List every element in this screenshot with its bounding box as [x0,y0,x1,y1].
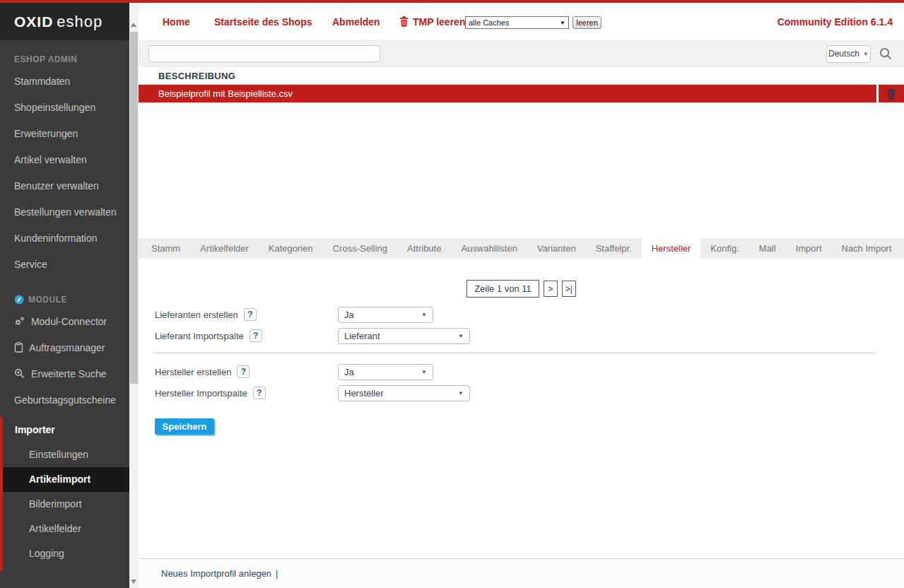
sidebar-item-label: Benutzer verwalten [14,180,99,192]
sidebar-item-importer[interactable]: Importer [3,417,129,442]
nav-home-link[interactable]: Home [163,16,190,28]
search-plus-icon [14,368,25,379]
pager-next-button[interactable]: > [544,281,558,297]
sidebar-item-bestellungen-verwalten[interactable]: Bestellungen verwalten [0,199,129,225]
tab-bar: Stamm Artikelfelder Kategorien Cross-Sel… [139,238,904,259]
select-value: Ja [344,310,354,320]
tab-cross-selling[interactable]: Cross-Selling [323,238,397,259]
lieferanten-erstellen-select[interactable]: Ja ▼ [338,307,433,323]
new-import-profile-link[interactable]: Neues Importprofil anlegen [161,568,271,579]
cache-select-value: alle Caches [469,18,509,27]
sidebar-item-label: Shopeinstellungen [14,102,95,113]
sidebar-subitem-logging[interactable]: Logging [3,541,129,566]
cache-select[interactable]: alle Caches ▼ [465,16,569,29]
sidebar-item-stammdaten[interactable]: Stammdaten [0,69,129,95]
select-value: Ja [344,367,354,377]
sidebar-item-erweiterungen[interactable]: Erweiterungen [0,121,129,147]
sidebar-item-label: Artikel verwalten [14,154,87,165]
sidebar-item-label: Bilderimport [29,498,82,510]
field-label-group: Hersteller Importspalte ? [155,387,338,399]
tab-auswahllisten[interactable]: Auswahllisten [451,238,527,259]
tab-artikelfelder[interactable]: Artikelfelder [190,238,259,259]
tab-kategorien[interactable]: Kategorien [259,238,323,259]
scrollbar-down-arrow-icon[interactable] [131,580,136,584]
sidebar-subitem-einstellungen[interactable]: Einstellungen [3,442,129,467]
search-input[interactable] [148,45,380,62]
search-button[interactable] [879,47,892,60]
profile-row-cell[interactable]: Beispielprofil mit Beispielliste.csv [139,85,876,102]
save-button[interactable]: Speichern [155,418,214,435]
sidebar-item-label: Artikelimport [29,474,90,485]
sidebar-item-modul-connector[interactable]: Modul-Connector [0,309,129,335]
help-button[interactable]: ? [253,387,266,399]
delete-profile-button[interactable] [879,85,904,102]
language-select[interactable]: Deutsch ▼ [826,45,871,63]
sidebar-item-label: Geburtstagsgutscheine [14,394,116,406]
logo[interactable]: OXID eshop [0,3,129,40]
list-header: BESCHREIBUNG [139,67,904,85]
tab-nach-import[interactable]: Nach Import [832,238,902,259]
lieferant-importspalte-select[interactable]: Lieferant ▼ [338,328,470,344]
sidebar-subitem-artikelimport[interactable]: Artikelimport [3,467,129,492]
nav-tmp-clear-link[interactable]: TMP leeren [399,16,465,28]
sidebar-section-eshop-admin: ESHOP ADMIN [0,40,129,69]
sidebar-subitem-artikelfelder[interactable]: Artikelfelder [3,517,129,541]
tab-import[interactable]: Import [786,238,832,259]
top-navigation: Home Startseite des Shops Abmelden TMP l… [139,3,904,40]
field-label-group: Lieferant Importspalte ? [155,329,338,342]
sidebar-item-label: Modul-Connector [31,316,107,327]
form-row-hersteller-importspalte: Hersteller Importspalte ? Hersteller ▼ [139,384,904,401]
hersteller-erstellen-select[interactable]: Ja ▼ [338,364,433,380]
tab-varianten[interactable]: Varianten [527,238,586,259]
tab-mall[interactable]: Mall [749,238,786,259]
tab-stamm[interactable]: Stamm [141,238,190,259]
sidebar-item-label: Service [14,259,47,270]
tab-hersteller[interactable]: Hersteller [642,238,701,259]
sidebar-item-artikel-verwalten[interactable]: Artikel verwalten [0,147,129,173]
form-divider [155,353,874,353]
search-icon [879,47,892,60]
scrollbar-up-arrow-icon[interactable] [131,23,136,27]
oxid-admin-page: OXID eshop ESHOP ADMIN Stammdaten Shopei… [0,0,904,588]
nav-shop-home-link[interactable]: Startseite des Shops [214,16,312,28]
sidebar-item-geburtstagsgutscheine[interactable]: Geburtstagsgutscheine [0,387,129,413]
hersteller-importspalte-select[interactable]: Hersteller ▼ [338,385,470,401]
logo-oxid-text: OXID [14,13,53,30]
module-icon [14,295,24,305]
profile-row: Beispielprofil mit Beispielliste.csv [139,85,904,102]
chevron-down-icon: ▼ [560,20,565,26]
tab-konfig[interactable]: Konfig. [700,238,749,259]
empty-region [139,102,904,238]
sidebar-item-label: Stammdaten [14,76,70,87]
chevron-down-icon: ▼ [863,51,869,57]
sidebar-item-label: Erweiterungen [14,128,78,139]
sidebar-item-auftragsmanager[interactable]: Auftragsmanager [0,335,129,361]
scrollbar-thumb[interactable] [130,32,138,384]
clear-cache-button[interactable]: leeren [573,16,601,29]
nav-logout-link[interactable]: Abmelden [332,16,380,28]
sidebar-item-label: Artikelfelder [29,523,81,534]
sidebar-item-shopeinstellungen[interactable]: Shopeinstellungen [0,95,129,121]
form-row-hersteller-erstellen: Hersteller erstellen ? Ja ▼ [139,363,904,380]
chevron-down-icon: ▼ [421,369,427,375]
sidebar-subitem-bilderimport[interactable]: Bilderimport [3,492,129,517]
sidebar-item-service[interactable]: Service [0,252,129,278]
sidebar-item-erweiterte-suche[interactable]: Erweiterte Suche [0,361,129,387]
select-value: Lieferant [344,331,380,341]
pager-status: Zeile 1 von 11 [466,280,539,298]
sidebar-scrollbar[interactable] [129,3,139,588]
sidebar-item-label: Erweiterte Suche [31,368,107,380]
sidebar-item-kundeninformation[interactable]: Kundeninformation [0,225,129,252]
sidebar-item-benutzer-verwalten[interactable]: Benutzer verwalten [0,173,129,199]
sidebar-section-label: ESHOP ADMIN [14,54,78,64]
help-button[interactable]: ? [250,329,262,342]
tab-staffelpr[interactable]: Staffelpr. [586,238,642,259]
logo-eshop-text: eshop [57,13,102,31]
help-button[interactable]: ? [244,308,257,321]
help-button[interactable]: ? [237,365,250,378]
sidebar: OXID eshop ESHOP ADMIN Stammdaten Shopei… [0,3,129,588]
sidebar-item-label: Logging [29,548,64,559]
clipboard-icon [14,342,23,353]
pager-last-button[interactable]: >| [562,281,576,297]
tab-attribute[interactable]: Attribute [397,238,451,259]
